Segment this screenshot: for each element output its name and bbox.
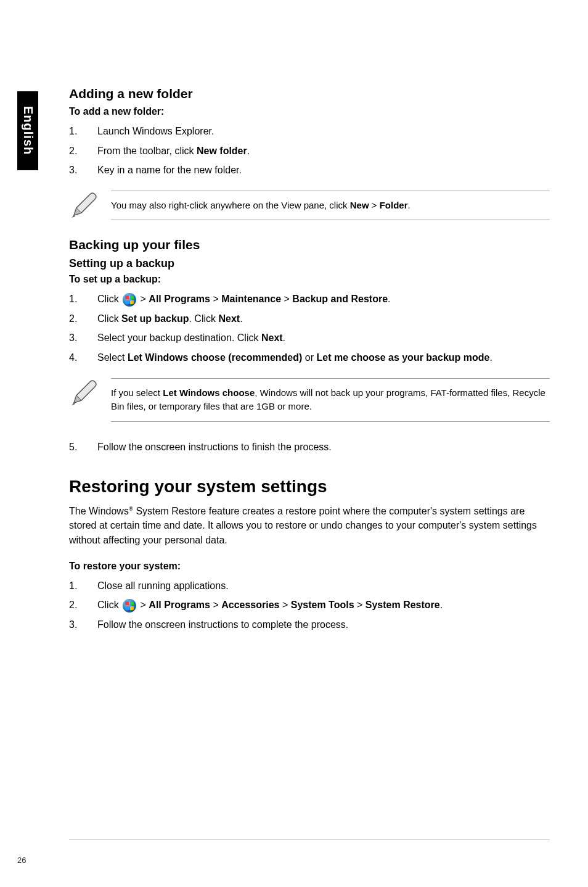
step-number: 3.: [69, 617, 97, 633]
note-block: If you select Let Windows choose, Window…: [69, 378, 550, 422]
list-item: 2.Click > All Programs > Accessories > S…: [69, 597, 550, 613]
step-number: 3.: [69, 162, 97, 178]
list-item: 2.Click Set up backup. Click Next.: [69, 311, 550, 327]
note-span: .: [408, 200, 410, 210]
heading-restoring: Restoring your system settings: [69, 477, 550, 497]
windows-start-icon: [123, 599, 136, 613]
list-item: 4.Select Let Windows choose (recommended…: [69, 350, 550, 366]
step-number: 2.: [69, 597, 97, 613]
list-item: 3.Key in a name for the new folder.: [69, 162, 550, 178]
steps-restore: 1.Close all running applications. 2.Clic…: [69, 578, 550, 633]
language-label: English: [21, 106, 35, 155]
pencil-icon: [69, 378, 99, 408]
step-bold: Let me choose as your backup mode: [317, 352, 490, 363]
step-bold: Next: [218, 313, 240, 324]
windows-start-icon: [123, 293, 136, 307]
step-text: Follow the onscreen instructions to fini…: [97, 442, 332, 452]
step-bold: Let Windows choose (recommended): [128, 352, 302, 363]
step-text: Select: [97, 352, 128, 363]
step-text: .: [388, 294, 390, 304]
step-text: .: [489, 352, 492, 363]
step-text: >: [137, 600, 149, 610]
step-text: Click: [97, 294, 121, 304]
step-number: 1.: [69, 123, 97, 139]
step-bold: All Programs: [149, 294, 210, 304]
step-text: Close all running applications.: [97, 580, 229, 591]
note-text: You may also right-click anywhere on the…: [111, 191, 550, 221]
step-bold: Maintenance: [221, 294, 281, 304]
note-bold: New: [350, 200, 369, 210]
subheading-to-restore: To restore your system:: [69, 561, 550, 572]
step-text: Click: [97, 600, 121, 610]
step-number: 4.: [69, 350, 97, 366]
step-text: From the toolbar, click: [97, 146, 197, 156]
step-number: 1.: [69, 291, 97, 307]
language-tab: English: [17, 91, 38, 170]
note-bold: Let Windows choose: [163, 387, 255, 398]
step-text: .: [240, 313, 242, 324]
pencil-icon: [69, 191, 99, 220]
step-bold: Accessories: [221, 600, 279, 610]
steps-backup-cont: 5.Follow the onscreen instructions to fi…: [69, 439, 550, 455]
list-item: 1.Click > All Programs > Maintenance > B…: [69, 291, 550, 307]
subheading-to-add: To add a new folder:: [69, 106, 550, 117]
note-bold: Folder: [380, 200, 408, 210]
subheading-setting-up: Setting up a backup: [69, 257, 550, 270]
step-number: 5.: [69, 439, 97, 455]
step-text: >: [210, 600, 221, 610]
page-content: Adding a new folder To add a new folder:…: [69, 86, 550, 645]
step-text: >: [137, 294, 149, 304]
step-number: 3.: [69, 330, 97, 346]
step-bold: Backup and Restore: [292, 294, 388, 304]
step-text: .: [247, 146, 250, 156]
list-item: 1.Launch Windows Explorer.: [69, 123, 550, 139]
list-item: 5.Follow the onscreen instructions to fi…: [69, 439, 550, 455]
footer-divider: [69, 840, 550, 840]
note-span: >: [369, 200, 380, 210]
list-item: 3.Select your backup destination. Click …: [69, 330, 550, 346]
step-text: . Click: [189, 313, 218, 324]
note-text: If you select Let Windows choose, Window…: [111, 378, 550, 422]
para-text: System Restore feature creates a restore…: [69, 506, 537, 545]
paragraph-restore: The Windows® System Restore feature crea…: [69, 504, 550, 547]
step-bold: System Restore: [365, 600, 440, 610]
step-bold: Set up backup: [121, 313, 189, 324]
list-item: 3.Follow the onscreen instructions to co…: [69, 617, 550, 633]
registered-mark: ®: [129, 505, 133, 512]
step-bold: System Tools: [291, 600, 354, 610]
list-item: 2.From the toolbar, click New folder.: [69, 143, 550, 159]
steps-adding-folder: 1.Launch Windows Explorer. 2.From the to…: [69, 123, 550, 178]
step-text: Launch Windows Explorer.: [97, 126, 214, 136]
step-number: 2.: [69, 311, 97, 327]
step-text: >: [281, 294, 292, 304]
step-text: Click: [97, 313, 121, 324]
note-span: If you select: [111, 387, 163, 398]
step-text: .: [283, 332, 285, 343]
step-bold: All Programs: [149, 600, 210, 610]
step-bold: Next: [261, 332, 283, 343]
step-text: Key in a name for the new folder.: [97, 165, 242, 175]
heading-adding-folder: Adding a new folder: [69, 86, 550, 101]
step-text: Follow the onscreen instructions to comp…: [97, 619, 348, 630]
subheading-to-setup: To set up a backup:: [69, 274, 550, 285]
steps-backup: 1.Click > All Programs > Maintenance > B…: [69, 291, 550, 365]
step-bold: New folder: [197, 146, 247, 156]
step-text: or: [302, 352, 316, 363]
step-number: 2.: [69, 143, 97, 159]
step-number: 1.: [69, 578, 97, 594]
heading-backing-up: Backing up your files: [69, 237, 550, 252]
step-text: >: [354, 600, 365, 610]
list-item: 1.Close all running applications.: [69, 578, 550, 594]
page-number: 26: [17, 856, 26, 865]
note-span: You may also right-click anywhere on the…: [111, 200, 350, 210]
step-text: Select your backup destination. Click: [97, 332, 261, 343]
note-block: You may also right-click anywhere on the…: [69, 191, 550, 221]
step-text: >: [210, 294, 221, 304]
step-text: .: [440, 600, 443, 610]
step-text: >: [279, 600, 290, 610]
para-text: The Windows: [69, 506, 129, 516]
